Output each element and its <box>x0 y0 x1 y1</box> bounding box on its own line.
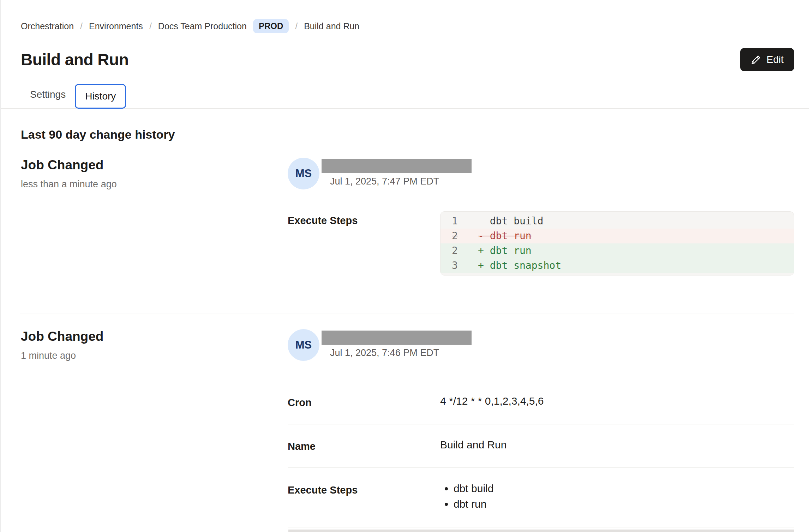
diff-line-code: + dbt run <box>478 243 532 258</box>
entry-timestamp: Jul 1, 2025, 7:47 PM EDT <box>330 176 472 187</box>
job-history-page: Orchestration / Environments / Docs Team… <box>0 0 809 532</box>
tab-settings[interactable]: Settings <box>21 83 75 108</box>
redacted-user-name <box>322 331 472 345</box>
page-header: Build and Run Edit <box>21 48 794 71</box>
diff-line-number: 1 <box>452 214 478 229</box>
field-row-execute-steps: Execute Steps dbt build dbt run <box>288 467 794 527</box>
pencil-icon <box>751 54 761 65</box>
history-entry: Job Changed 1 minute ago MS Jul 1, 2025,… <box>21 314 794 532</box>
entry-timestamp: Jul 1, 2025, 7:46 PM EDT <box>330 347 472 358</box>
redacted-user-name <box>322 159 472 173</box>
edit-button[interactable]: Edit <box>740 48 794 71</box>
field-value: 4 */12 * * 0,1,2,3,4,5,6 <box>440 393 544 409</box>
page-title: Build and Run <box>21 50 128 69</box>
entry-author: MS Jul 1, 2025, 7:47 PM EDT <box>288 158 794 189</box>
field-row-cron: Cron 4 */12 * * 0,1,2,3,4,5,6 <box>288 381 794 424</box>
breadcrumb-current-page: Build and Run <box>304 21 359 31</box>
diff-line-unchanged: 1 dbt build <box>441 214 794 229</box>
avatar: MS <box>288 329 319 361</box>
diff-line-code: + dbt snapshot <box>478 258 561 273</box>
execute-steps-diff: 1 dbt build 2 - dbt run 2 + dbt run <box>440 211 794 276</box>
execute-steps-change-row: Execute Steps 1 dbt build 2 - dbt run 2 <box>288 211 794 276</box>
prod-environment-badge: PROD <box>253 19 289 33</box>
breadcrumb-environments[interactable]: Environments <box>89 21 143 31</box>
entry-time-ago: 1 minute ago <box>21 350 288 361</box>
changed-fields-list: Cron 4 */12 * * 0,1,2,3,4,5,6 Name Build… <box>288 381 794 532</box>
entry-title: Job Changed <box>21 329 288 344</box>
diff-line-code: dbt build <box>478 214 543 229</box>
breadcrumb-orchestration[interactable]: Orchestration <box>21 21 74 31</box>
entry-time-ago: less than a minute ago <box>21 179 288 190</box>
diff-line-added: 3 + dbt snapshot <box>441 258 794 273</box>
field-label: Execute Steps <box>288 481 440 512</box>
tab-history[interactable]: History <box>75 84 126 109</box>
change-history-heading: Last 90 day change history <box>21 128 794 141</box>
history-entry: Job Changed less than a minute ago MS Ju… <box>21 141 794 276</box>
breadcrumb-separator: / <box>80 21 83 31</box>
avatar: MS <box>288 158 319 189</box>
diff-line-removed: 2 - dbt run <box>441 229 794 243</box>
field-row-name: Name Build and Run <box>288 424 794 467</box>
execute-steps-list: dbt build dbt run <box>440 481 493 512</box>
breadcrumb-separator: / <box>295 21 298 31</box>
diff-line-code: - dbt run <box>478 229 532 243</box>
edit-button-label: Edit <box>767 54 784 65</box>
tab-bar: Settings History <box>0 83 809 109</box>
partial-next-row-divider <box>288 530 794 532</box>
breadcrumb-separator: / <box>149 21 152 31</box>
field-value: Build and Run <box>440 437 507 453</box>
diff-line-number: 2 <box>452 229 478 243</box>
breadcrumb-environment-name[interactable]: Docs Team Production <box>158 21 247 31</box>
execute-step-item: dbt run <box>454 496 493 512</box>
breadcrumb: Orchestration / Environments / Docs Team… <box>21 19 794 33</box>
diff-line-number: 3 <box>452 258 478 273</box>
field-label: Execute Steps <box>288 211 440 276</box>
diff-line-number: 2 <box>452 243 478 258</box>
execute-step-item: dbt build <box>454 481 493 496</box>
entry-author: MS Jul 1, 2025, 7:46 PM EDT <box>288 329 794 361</box>
entry-title: Job Changed <box>21 158 288 173</box>
field-label: Name <box>288 437 440 453</box>
field-label: Cron <box>288 393 440 409</box>
diff-line-added: 2 + dbt run <box>441 243 794 258</box>
